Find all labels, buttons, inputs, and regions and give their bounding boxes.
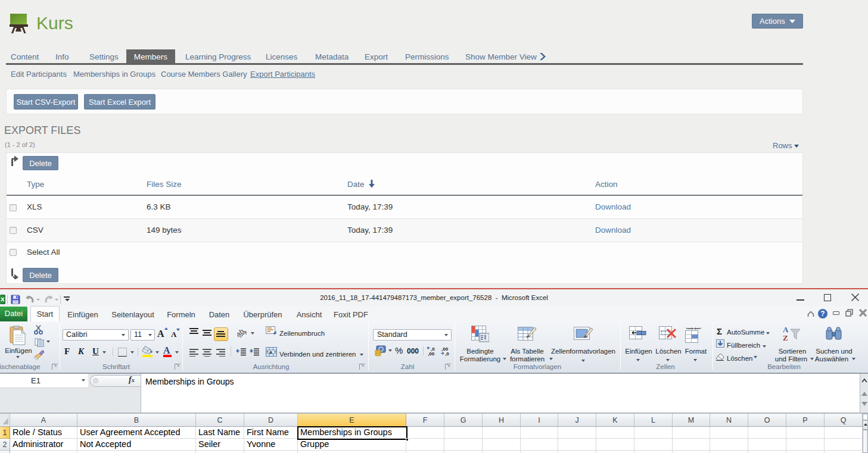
svg-text:,00: ,00: [428, 351, 435, 356]
svg-text:a: a: [269, 349, 272, 355]
svg-text:Z: Z: [783, 333, 788, 342]
svg-text:A: A: [783, 325, 789, 334]
svg-text:,0: ,0: [445, 351, 449, 356]
